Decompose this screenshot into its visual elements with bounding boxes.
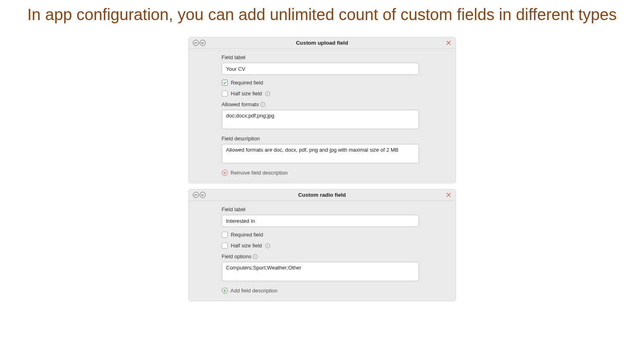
remove-field-description-button[interactable]: Remove field description	[222, 170, 451, 176]
sort-controls	[193, 192, 206, 198]
chevron-down-icon	[201, 41, 204, 45]
half-size-checkbox-row[interactable]: Half size field i	[222, 243, 451, 249]
half-size-checkbox-row[interactable]: Half size field i	[222, 90, 451, 97]
add-field-description-label: Add field description	[231, 288, 278, 294]
close-icon	[446, 192, 452, 198]
page-title: In app configuration, you can add unlimi…	[0, 0, 644, 33]
allowed-formats-label: Allowed formats i	[222, 101, 451, 107]
chevron-up-icon	[194, 193, 197, 197]
required-field-checkbox[interactable]	[222, 80, 228, 86]
allowed-formats-input[interactable]	[222, 110, 419, 129]
move-up-button[interactable]	[193, 192, 199, 198]
field-label-row: Field label	[222, 206, 451, 227]
panel-body: Field label Required field Half size fie…	[189, 201, 456, 301]
required-field-checkbox-row[interactable]: Required field	[222, 232, 451, 238]
sort-controls	[193, 40, 206, 46]
field-label-label: Field label	[222, 54, 451, 60]
required-field-label: Required field	[231, 232, 263, 238]
move-down-button[interactable]	[200, 40, 206, 46]
panel-body: Field label Required field Half size fie…	[189, 49, 456, 183]
panel-title: Custom upload field	[189, 40, 456, 46]
field-options-input[interactable]	[222, 262, 419, 281]
add-icon	[222, 288, 228, 294]
field-label-row: Field label	[222, 54, 451, 75]
info-icon[interactable]: i	[265, 243, 270, 248]
panels-container: Custom upload field Field label Required…	[188, 37, 456, 301]
half-size-label: Half size field	[231, 90, 262, 97]
close-icon	[446, 40, 452, 46]
info-icon[interactable]: i	[253, 254, 258, 259]
field-options-row: Field options i	[222, 253, 451, 283]
field-options-label: Field options i	[222, 253, 451, 259]
field-description-input[interactable]	[222, 144, 419, 163]
move-up-button[interactable]	[193, 40, 199, 46]
allowed-formats-label-text: Allowed formats	[222, 101, 259, 107]
panel-radio-field: Custom radio field Field label Required …	[188, 189, 456, 301]
required-field-checkbox-row[interactable]: Required field	[222, 80, 451, 86]
field-description-label: Field description	[222, 136, 451, 142]
panel-upload-field: Custom upload field Field label Required…	[188, 37, 456, 183]
close-panel-button[interactable]	[446, 192, 452, 198]
field-label-input[interactable]	[222, 63, 419, 75]
allowed-formats-row: Allowed formats i	[222, 101, 451, 131]
check-icon	[223, 80, 227, 85]
close-panel-button[interactable]	[446, 40, 452, 46]
panel-header: Custom upload field	[189, 37, 456, 49]
field-description-row: Field description	[222, 136, 451, 165]
field-options-label-text: Field options	[222, 253, 252, 259]
required-field-label: Required field	[231, 80, 263, 86]
move-down-button[interactable]	[200, 192, 206, 198]
info-icon[interactable]: i	[260, 102, 265, 107]
field-label-input[interactable]	[222, 215, 419, 227]
half-size-checkbox[interactable]	[222, 90, 228, 97]
add-field-description-button[interactable]: Add field description	[222, 288, 451, 294]
remove-icon	[222, 170, 228, 176]
half-size-label: Half size field	[231, 243, 262, 249]
chevron-down-icon	[201, 193, 204, 197]
info-icon[interactable]: i	[265, 91, 270, 96]
half-size-checkbox[interactable]	[222, 243, 228, 249]
panel-title: Custom radio field	[189, 192, 456, 198]
field-label-label: Field label	[222, 206, 451, 212]
chevron-up-icon	[194, 41, 197, 45]
remove-field-description-label: Remove field description	[231, 170, 288, 176]
panel-header: Custom radio field	[189, 189, 456, 201]
required-field-checkbox[interactable]	[222, 232, 228, 238]
